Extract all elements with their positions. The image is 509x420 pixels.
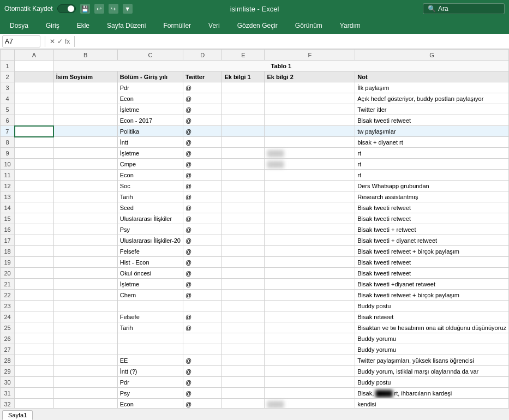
cell-reference[interactable]: [2, 35, 40, 47]
row-header-3[interactable]: 3: [1, 82, 15, 93]
cell-g-24[interactable]: Bisak retweet: [355, 311, 509, 322]
cell-f-22[interactable]: [265, 290, 355, 301]
tab-veri[interactable]: Veri: [205, 20, 223, 32]
cell-b-28[interactable]: [53, 355, 117, 366]
cell-g-31[interactable]: Bisak, ████ rt, ihbarcıların kardeşi: [355, 388, 509, 399]
cell-b-16[interactable]: [53, 224, 117, 235]
cell-c-4[interactable]: Econ: [117, 93, 183, 104]
row-header-29[interactable]: 29: [1, 366, 15, 377]
cell-d-32[interactable]: @: [183, 399, 221, 409]
cell-b-14[interactable]: [53, 202, 117, 213]
cell-d-29[interactable]: @: [183, 366, 221, 377]
cell-g-19[interactable]: Bisak tweeti retweet: [355, 257, 509, 268]
tab-dosya[interactable]: Dosya: [7, 20, 32, 32]
tab-sayfa-duzeni[interactable]: Sayfa Düzeni: [104, 20, 149, 32]
cell-d-6[interactable]: @: [183, 115, 221, 126]
cell-f-3[interactable]: [265, 82, 355, 93]
cell-e-7[interactable]: [222, 126, 265, 137]
cancel-formula-icon[interactable]: ✕: [50, 38, 55, 45]
cell-f-4[interactable]: [265, 93, 355, 104]
cell-g-13[interactable]: Research assistantmış: [355, 191, 509, 202]
cell-b-15[interactable]: [53, 213, 117, 224]
cell-a-9[interactable]: [15, 148, 54, 159]
cell-e-27[interactable]: [222, 344, 265, 355]
cell-e-9[interactable]: [222, 148, 265, 159]
cell-a-22[interactable]: [15, 290, 54, 301]
cell-c-20[interactable]: Okul öncesi: [117, 268, 183, 279]
row-header-25[interactable]: 25: [1, 322, 15, 333]
cell-a-17[interactable]: [15, 235, 54, 246]
cell-c-22[interactable]: Chem: [117, 290, 183, 301]
cell-g-10[interactable]: rt: [355, 159, 509, 170]
row-header-5[interactable]: 5: [1, 104, 15, 115]
cell-c-12[interactable]: Soc: [117, 181, 183, 191]
cell-a-14[interactable]: [15, 202, 54, 213]
cell-b-27[interactable]: [53, 344, 117, 355]
cell-b-24[interactable]: [53, 311, 117, 322]
cell-c-3[interactable]: Pdr: [117, 82, 183, 93]
cell-d-16[interactable]: @: [183, 224, 221, 235]
cell-e-3[interactable]: [222, 82, 265, 93]
row-header-7[interactable]: 7: [1, 126, 15, 137]
col-header-e[interactable]: E: [222, 50, 265, 61]
cell-f-25[interactable]: [265, 322, 355, 333]
cell-a-28[interactable]: [15, 355, 54, 366]
cell-f-21[interactable]: [265, 279, 355, 290]
cell-a-11[interactable]: [15, 170, 54, 181]
cell-b-7[interactable]: [53, 126, 117, 137]
row-header-26[interactable]: 26: [1, 333, 15, 344]
cell-e-23[interactable]: [222, 301, 265, 311]
cell-d-13[interactable]: @: [183, 191, 221, 202]
spreadsheet[interactable]: A B C D E F G 1Tablo 12İsim SoyisimBölüm…: [0, 49, 509, 408]
cell-g-14[interactable]: Bisak tweeti retweet: [355, 202, 509, 213]
cell-g-28[interactable]: Twitter paylaşımları, yüksek lisans öğre…: [355, 355, 509, 366]
cell-b-13[interactable]: [53, 191, 117, 202]
cell-e-14[interactable]: [222, 202, 265, 213]
cell-d-17[interactable]: @: [183, 235, 221, 246]
cell-c-24[interactable]: Felsefe: [117, 311, 183, 322]
row-header-17[interactable]: 17: [1, 235, 15, 246]
cell-f-26[interactable]: [265, 333, 355, 344]
cell-c-32[interactable]: Econ: [117, 399, 183, 409]
cell-g-11[interactable]: rt: [355, 170, 509, 181]
cell-e-32[interactable]: [222, 399, 265, 409]
row-header-19[interactable]: 19: [1, 257, 15, 268]
cell-e-18[interactable]: [222, 246, 265, 257]
cell-g-17[interactable]: Bisak tweeti + diyanet retweet: [355, 235, 509, 246]
row-header-10[interactable]: 10: [1, 159, 15, 170]
row-header-24[interactable]: 24: [1, 311, 15, 322]
cell-a1[interactable]: [15, 61, 54, 71]
cell-e-8[interactable]: [222, 137, 265, 148]
row-header-4[interactable]: 4: [1, 93, 15, 104]
cell-a-7[interactable]: [15, 126, 54, 137]
confirm-formula-icon[interactable]: ✓: [57, 38, 63, 45]
cell-e-28[interactable]: [222, 355, 265, 366]
cell-a-18[interactable]: [15, 246, 54, 257]
cell-g-32[interactable]: kendisi: [355, 399, 509, 409]
cell-e-11[interactable]: [222, 170, 265, 181]
cell-f-24[interactable]: [265, 311, 355, 322]
cell-b-32[interactable]: [53, 399, 117, 409]
cell-c-28[interactable]: EE: [117, 355, 183, 366]
cell-g-29[interactable]: Buddy yorum, istiklal marşı olaylarında …: [355, 366, 509, 377]
cell-e-30[interactable]: [222, 377, 265, 388]
cell-b-30[interactable]: [53, 377, 117, 388]
cell-c-26[interactable]: [117, 333, 183, 344]
cell-f-19[interactable]: [265, 257, 355, 268]
cell-f-31[interactable]: [265, 388, 355, 399]
cell-e-15[interactable]: [222, 213, 265, 224]
cell-f-14[interactable]: [265, 202, 355, 213]
cell-a-23[interactable]: [15, 301, 54, 311]
cell-c-14[interactable]: Sced: [117, 202, 183, 213]
cell-d-8[interactable]: @: [183, 137, 221, 148]
cell-a-6[interactable]: [15, 115, 54, 126]
cell-g-16[interactable]: Bisak tweeti + retweet: [355, 224, 509, 235]
cell-b-12[interactable]: [53, 181, 117, 191]
cell-e-26[interactable]: [222, 333, 265, 344]
cell-c-29[interactable]: İntt (?): [117, 366, 183, 377]
tab-giris[interactable]: Giriş: [43, 20, 63, 32]
cell-b-10[interactable]: [53, 159, 117, 170]
cell-b-31[interactable]: [53, 388, 117, 399]
cell-g-30[interactable]: Buddy postu: [355, 377, 509, 388]
redo-icon[interactable]: ↪: [109, 4, 118, 14]
